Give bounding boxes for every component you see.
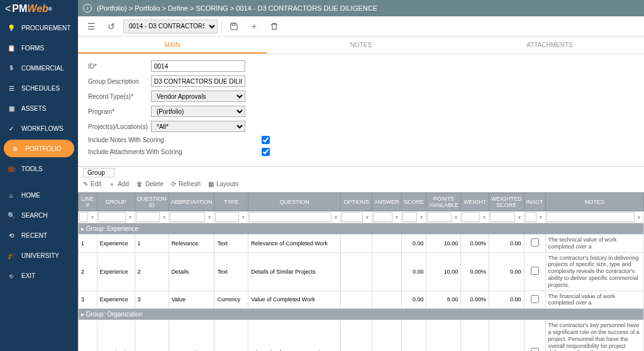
col-header[interactable]: GROUP [97,193,135,211]
list-icon[interactable]: ☰ [83,18,99,35]
id-field[interactable] [151,60,245,72]
search-icon: 🔍 [6,210,16,220]
filter-icon[interactable]: ▾ [160,213,168,221]
grid-container: Group ✎ Edit ＋ Add 🗑 Delete ⟳ Refresh ▦ … [78,166,644,351]
inact-check[interactable] [531,238,539,247]
filter-icon[interactable]: ▾ [332,213,340,221]
sidebar-item-label: TOOLS [21,165,43,172]
filter-icon[interactable]: ▾ [364,213,371,221]
logo: <PMWeb® [0,0,78,18]
table-row[interactable]: 1Experience1RelevanceTextRelevance of Co… [79,235,644,253]
delete-icon[interactable] [266,18,282,35]
col-header[interactable]: QUESTION ID [135,193,169,211]
program-field[interactable]: (Portfolio) [151,106,245,117]
filter-input[interactable] [547,212,635,222]
filter-input[interactable] [462,212,480,222]
filter-input[interactable] [249,212,331,222]
table-row[interactable]: 2Experience2DetailsTextDetails of Simila… [79,252,644,291]
history-icon: ⟲ [6,230,16,240]
breadcrumb-bar: i (Portfolio) > Portfolio > Define > SCO… [78,0,644,16]
filter-icon[interactable]: ▾ [452,213,460,221]
project-field[interactable]: *All* [151,121,245,132]
group-dropzone[interactable]: Group [83,168,114,177]
sidebar-item-recent[interactable]: ⟲RECENT [0,225,78,245]
col-header[interactable]: WEIGHTED SCORE [489,193,525,211]
col-header[interactable]: NOTES [545,193,643,211]
filter-input[interactable] [215,212,239,222]
sidebar-item-university[interactable]: 🎓UNIVERSITY [0,245,78,265]
filter-input[interactable] [79,212,88,222]
tab-notes[interactable]: NOTES [267,36,455,53]
layouts-button[interactable]: ▦ Layouts [208,181,238,187]
filter-icon[interactable]: ▾ [418,213,425,221]
info-icon[interactable]: i [83,4,92,13]
sidebar-item-workflows[interactable]: ✓WORKFLOWS [0,118,78,138]
filter-input[interactable] [427,212,452,222]
filter-input[interactable] [402,212,418,222]
filter-icon[interactable]: ▾ [537,213,545,221]
sidebar-item-schedules[interactable]: ☰SCHEDULES [0,78,78,98]
sidebar-item-label: COMMERCIAL [21,65,64,72]
filter-input[interactable] [341,212,363,222]
filter-input[interactable] [373,212,392,222]
history-icon[interactable]: ↺ [103,18,119,35]
col-header[interactable]: TYPE [214,193,248,211]
col-header[interactable]: LINE # [79,193,97,211]
sidebar-item-assets[interactable]: ▦ASSETS [0,98,78,118]
inact-check[interactable] [531,295,539,303]
inact-check[interactable] [531,348,539,351]
filter-input[interactable] [525,212,536,222]
inact-check[interactable] [531,267,539,275]
sidebar-item-commercial[interactable]: ＄COMMERCIAL [0,58,78,78]
clipboard-icon: 📋 [6,43,16,53]
sidebar-item-forms[interactable]: 📋FORMS [0,38,78,58]
sidebar-item-tools[interactable]: 💼TOOLS [0,159,78,179]
filter-icon[interactable]: ▾ [89,213,96,221]
filter-input[interactable] [490,212,515,222]
include-notes-check[interactable] [262,136,270,144]
table-row[interactable]: 4Organization4PersonnelTextRésumés of Ke… [79,320,644,351]
desc-field[interactable] [151,75,245,87]
add-icon[interactable]: ＋ [246,18,262,35]
filter-input[interactable] [170,212,206,222]
sidebar-item-label: SCHEDULES [21,85,60,92]
filter-input[interactable] [136,212,160,222]
grad-icon: 🎓 [6,250,16,260]
col-header[interactable]: QUESTION [248,193,341,211]
filter-icon[interactable]: ▾ [480,213,488,221]
col-header[interactable]: ABBREVIATION [169,193,214,211]
include-attach-check[interactable] [262,148,270,156]
refresh-button[interactable]: ⟳ Refresh [171,181,201,187]
col-header[interactable]: SCORE [401,193,426,211]
group-header[interactable]: ▸ Group: Experience [79,223,644,235]
col-header[interactable]: INACT [524,193,545,211]
svg-rect-0 [232,23,235,25]
edit-button[interactable]: ✎ Edit [83,181,101,187]
filter-icon[interactable]: ▾ [126,213,134,221]
filter-icon[interactable]: ▾ [240,213,247,221]
filter-icon[interactable]: ▾ [635,213,643,221]
col-header[interactable]: ANSWER [372,193,402,211]
filter-icon[interactable]: ▾ [516,213,523,221]
col-header[interactable]: OPTIONS [341,193,372,211]
add-button[interactable]: ＋ Add [109,180,129,189]
filter-icon[interactable]: ▾ [393,213,401,221]
table-row[interactable]: 3Experience3ValueCurrencyValue of Comple… [79,291,644,309]
col-header[interactable]: WEIGHT [461,193,489,211]
type-field[interactable]: Vendor Approvals [151,91,245,102]
filter-icon[interactable]: ▾ [206,213,213,221]
sidebar-item-procurement[interactable]: 💡PROCUREMENT [0,18,78,38]
group-header[interactable]: ▸ Group: Organization [79,309,644,320]
include-notes-label: Include Notes With Scoring [88,136,262,143]
sidebar-item-exit[interactable]: ⎋EXIT [0,265,78,286]
filter-input[interactable] [98,212,126,222]
record-selector[interactable]: 0014 - D3 CONTRACTORS DUE DILIG [123,20,218,33]
tab-main[interactable]: MAIN [78,36,267,53]
sidebar-item-portfolio[interactable]: ⊕PORTFOLIO [4,140,74,157]
sidebar-item-search[interactable]: 🔍SEARCH [0,205,78,225]
delete-button[interactable]: 🗑 Delete [136,181,164,187]
tab-attachments[interactable]: ATTACHMENTS [455,36,644,53]
save-icon[interactable] [226,18,242,35]
col-header[interactable]: POINTS AVAILABLE [426,193,461,211]
sidebar-item-home[interactable]: ⌂HOME [0,185,78,205]
